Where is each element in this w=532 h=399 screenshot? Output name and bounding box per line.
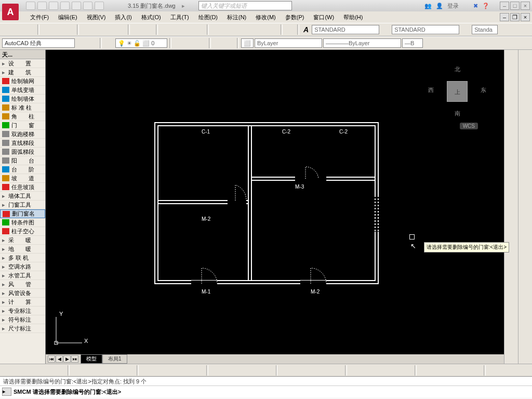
palette-item-26[interactable]: ▸风管设备: [0, 289, 45, 298]
text-icon[interactable]: [520, 254, 531, 265]
trim-icon[interactable]: [520, 158, 531, 170]
aux-btn-41[interactable]: [472, 365, 482, 376]
qat-save-icon[interactable]: [49, 2, 58, 10]
table-icon[interactable]: [506, 206, 517, 218]
aux-btn-13[interactable]: [152, 365, 162, 376]
palette-item-13[interactable]: 坡 道: [0, 174, 45, 183]
palette-item-22[interactable]: ▸多 联 机: [0, 254, 45, 262]
rect-icon[interactable]: [506, 87, 517, 98]
aux-btn-4[interactable]: [45, 365, 55, 376]
preview-icon[interactable]: [53, 24, 63, 35]
palette-item-25[interactable]: ▸风 管: [0, 280, 45, 289]
publish-icon[interactable]: [64, 24, 75, 35]
aux-btn-9[interactable]: [103, 365, 113, 376]
plot-icon[interactable]: [42, 24, 52, 35]
tab-model[interactable]: 模型: [81, 354, 102, 364]
workspace-combo[interactable]: AutoCAD 经典: [2, 38, 75, 48]
stretch-icon[interactable]: [520, 147, 531, 158]
matchprop-icon[interactable]: [115, 24, 126, 35]
palette-item-21[interactable]: ▸地 暖: [0, 245, 45, 254]
aux-btn-7[interactable]: [82, 365, 92, 376]
paste-icon[interactable]: [104, 24, 114, 35]
qat-redo-icon[interactable]: [95, 2, 104, 10]
menu-modify[interactable]: 修改(M): [251, 12, 280, 22]
command-input[interactable]: SMCM 请选择需要删除编号的门窗:<退出>: [14, 388, 530, 396]
circle-icon[interactable]: [506, 111, 517, 122]
aux-btn-5[interactable]: [56, 365, 65, 376]
break-icon[interactable]: [520, 182, 531, 194]
viewcube-top[interactable]: 上: [447, 81, 468, 102]
color-combo[interactable]: ByLayer: [255, 38, 322, 48]
menu-file[interactable]: 文件(F): [26, 12, 53, 22]
palette-item-7[interactable]: 门 窗: [0, 121, 45, 130]
leader-icon[interactable]: [520, 266, 531, 277]
palette-item-17[interactable]: 删门窗名: [0, 209, 45, 218]
aux-btn-42[interactable]: [488, 365, 498, 376]
aux-btn-16[interactable]: [184, 365, 194, 376]
compass-south[interactable]: 南: [431, 110, 483, 117]
join-icon[interactable]: [520, 194, 531, 206]
copy-icon[interactable]: [506, 278, 517, 289]
menu-format[interactable]: 格式(O): [137, 12, 165, 22]
palette-item-5[interactable]: 标 准 柱: [0, 103, 45, 112]
aux-btn-17[interactable]: [194, 365, 204, 376]
palette-item-15[interactable]: ▸墙体工具: [0, 192, 45, 201]
array-icon[interactable]: [520, 99, 531, 110]
tablestyle-combo[interactable]: Standa: [472, 25, 498, 34]
app-logo[interactable]: A: [2, 4, 19, 20]
arc-icon[interactable]: [506, 99, 517, 110]
tab-first-icon[interactable]: ⏮: [48, 355, 55, 363]
tablestyle-icon[interactable]: [460, 24, 471, 35]
menu-draw[interactable]: 绘图(D): [194, 12, 222, 22]
palette-item-8[interactable]: 双跑楼梯: [0, 130, 45, 139]
menu-insert[interactable]: 插入(I): [111, 12, 136, 22]
region-icon[interactable]: [506, 194, 517, 206]
aux-btn-27[interactable]: [312, 365, 322, 376]
pan-icon[interactable]: [160, 24, 170, 35]
menu-parametric[interactable]: 参数(P): [281, 12, 309, 22]
palette-item-23[interactable]: ▸空调水路: [0, 262, 45, 271]
linetype-combo[interactable]: ———— ByLayer: [323, 38, 401, 48]
spline-icon[interactable]: [506, 123, 517, 134]
aux-btn-0[interactable]: [2, 365, 12, 376]
redo-icon[interactable]: [143, 24, 154, 35]
palette-item-30[interactable]: ▸尺寸标注: [0, 324, 45, 333]
save-icon[interactable]: [25, 24, 35, 35]
login-icon[interactable]: 👤: [436, 3, 443, 9]
palette-item-29[interactable]: ▸符号标注: [0, 315, 45, 324]
fillet-icon[interactable]: [520, 218, 531, 230]
layer-manager-icon[interactable]: [104, 38, 114, 48]
palette-item-20[interactable]: ▸采 暖: [0, 236, 45, 245]
zoom-icon[interactable]: [171, 24, 182, 35]
aux-btn-8[interactable]: [93, 365, 103, 376]
aux-btn-35[interactable]: [403, 365, 413, 376]
palette-item-16[interactable]: ▸门窗工具: [0, 201, 45, 209]
exchange-icon[interactable]: ✖: [473, 3, 478, 9]
extend-icon[interactable]: [520, 170, 531, 182]
aux-btn-45[interactable]: [520, 365, 530, 376]
mirror-icon[interactable]: [506, 290, 517, 301]
command-prompt-icon[interactable]: ▸: [2, 388, 11, 396]
viewcube[interactable]: 北 南 西 东 上: [431, 65, 483, 117]
aux-btn-12[interactable]: [141, 365, 151, 376]
point-icon[interactable]: [506, 158, 517, 170]
insert-block-icon[interactable]: [213, 38, 223, 48]
maximize-button[interactable]: □: [510, 2, 520, 10]
tab-prev-icon[interactable]: ◀: [56, 355, 63, 363]
undo-icon[interactable]: [132, 24, 142, 35]
aux-btn-39[interactable]: [450, 365, 460, 376]
layer-state-combo[interactable]: 💡 ☀ 🔓 ⬜ 0: [115, 38, 167, 48]
close-button[interactable]: ×: [521, 2, 530, 10]
pline-icon[interactable]: [506, 63, 517, 74]
gradient-icon[interactable]: [506, 182, 517, 194]
menu-help[interactable]: 帮助(H): [339, 12, 367, 22]
palette-item-28[interactable]: ▸专业标注: [0, 307, 45, 315]
workspace-gear-icon[interactable]: [76, 38, 86, 48]
qat-print-icon[interactable]: [72, 2, 81, 10]
aux-btn-26[interactable]: [301, 365, 311, 376]
help-toolbar-icon[interactable]: [285, 24, 295, 35]
tab-last-icon[interactable]: ⏭: [71, 355, 78, 363]
wcs-badge[interactable]: WCS: [460, 123, 478, 129]
aux-btn-24[interactable]: [280, 365, 289, 376]
aux-btn-1[interactable]: [13, 365, 23, 376]
